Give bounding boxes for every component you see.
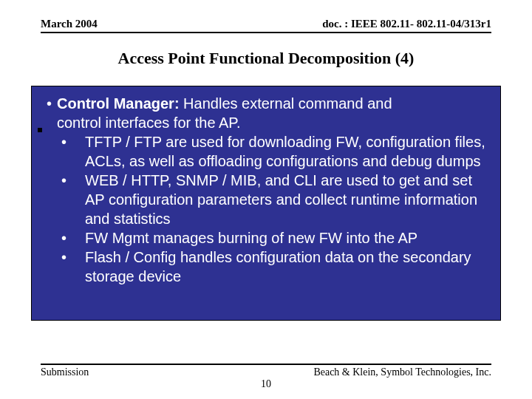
lead-label: Control Manager: — [57, 95, 180, 112]
sub-item-text: Flash / Config handles configuration dat… — [85, 249, 471, 284]
bullet-level-2: •Flash / Config handles configuration da… — [73, 248, 490, 286]
bullet-level-2: •TFTP / FTP are used for downloading FW,… — [73, 132, 490, 171]
header-rule — [41, 32, 491, 33]
lead-rest: Handles external command and — [180, 95, 392, 112]
header-doc-id: doc. : IEEE 802.11- 802.11-04/313r1 — [322, 18, 491, 30]
bullet-level-1: •Control Manager: Handles external comma… — [47, 94, 490, 113]
sub-item-text: TFTP / FTP are used for downloading FW, … — [85, 134, 485, 169]
bullet-dot-icon: • — [73, 171, 85, 190]
bullet-dot-icon: • — [73, 132, 85, 151]
slide-title: Access Point Functional Decomposition (4… — [0, 49, 532, 68]
footer-right: Beach & Klein, Symbol Technologies, Inc. — [313, 366, 491, 378]
content-panel: •Control Manager: Handles external comma… — [31, 86, 501, 321]
footer-rule — [41, 364, 491, 365]
lead-continuation: control interfaces for the AP. — [57, 113, 490, 132]
footer-left: Submission — [41, 366, 89, 378]
header-date: March 2004 — [41, 18, 98, 30]
footer-row: Submission Beach & Klein, Symbol Technol… — [41, 366, 491, 378]
footer: Submission Beach & Klein, Symbol Technol… — [41, 364, 491, 378]
header-row: March 2004 doc. : IEEE 802.11- 802.11-04… — [41, 18, 491, 30]
bullet-dot-icon: • — [73, 248, 85, 267]
sub-item-text: WEB / HTTP, SNMP / MIB, and CLI are used… — [85, 172, 477, 227]
bullet-dot-icon: • — [73, 228, 85, 248]
bullet-level-2: •WEB / HTTP, SNMP / MIB, and CLI are use… — [73, 171, 490, 228]
header: March 2004 doc. : IEEE 802.11- 802.11-04… — [41, 18, 491, 33]
slide: March 2004 doc. : IEEE 802.11- 802.11-04… — [0, 0, 532, 399]
sub-item-text: FW Mgmt manages burning of new FW into t… — [85, 230, 417, 246]
bullet-dot-icon: • — [47, 94, 57, 113]
bullet-level-2: •FW Mgmt manages burning of new FW into … — [73, 228, 490, 248]
square-bullet-icon — [38, 128, 42, 132]
footer-page-number: 10 — [41, 378, 491, 390]
